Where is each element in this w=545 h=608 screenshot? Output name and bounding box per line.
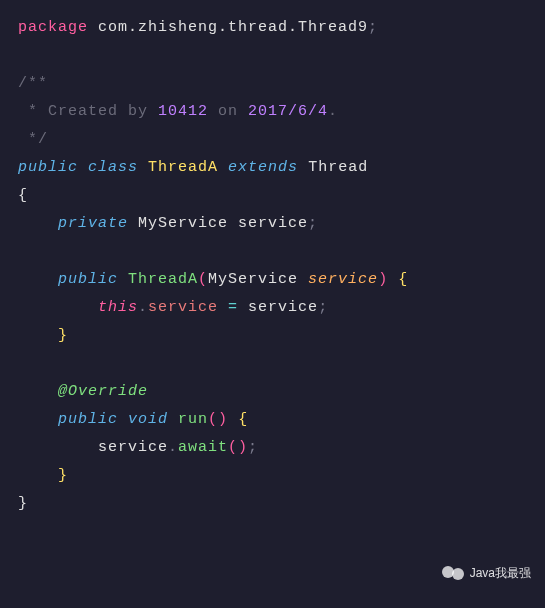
keyword-private: private (58, 215, 128, 232)
wechat-icon (442, 562, 464, 584)
keyword-extends: extends (228, 159, 298, 176)
param-type: MyService (208, 271, 298, 288)
keyword-void: void (128, 411, 168, 428)
field-service: service (148, 299, 218, 316)
keyword-public: public (18, 159, 78, 176)
doc-date: 2017/6/4 (248, 103, 328, 120)
param-name: service (308, 271, 378, 288)
keyword-package: package (18, 19, 88, 36)
doc-open: /** (18, 75, 48, 92)
keyword-public2: public (58, 271, 118, 288)
doc-star: * (18, 103, 38, 120)
keyword-public3: public (58, 411, 118, 428)
assign-value: service (248, 299, 318, 316)
field-decl: service (238, 215, 308, 232)
class-name: ThreadA (148, 159, 218, 176)
doc-close: */ (18, 131, 48, 148)
keyword-class: class (88, 159, 138, 176)
doc-text2: on (208, 103, 248, 120)
call-target: service (98, 439, 168, 456)
type-thread: Thread (308, 159, 368, 176)
doc-text: Created by (38, 103, 158, 120)
keyword-this: this (98, 299, 138, 316)
constructor: ThreadA (128, 271, 198, 288)
package-name: com.zhisheng.thread.Thread9 (88, 19, 368, 36)
type-myservice: MyService (138, 215, 228, 232)
watermark-text: Java我最强 (470, 565, 531, 582)
method-await: await (178, 439, 228, 456)
method-run: run (178, 411, 208, 428)
annotation-override: @Override (58, 383, 148, 400)
doc-number: 10412 (158, 103, 208, 120)
code-block: package com.zhisheng.thread.Thread9; /**… (0, 0, 545, 518)
watermark: Java我最强 (442, 562, 531, 584)
